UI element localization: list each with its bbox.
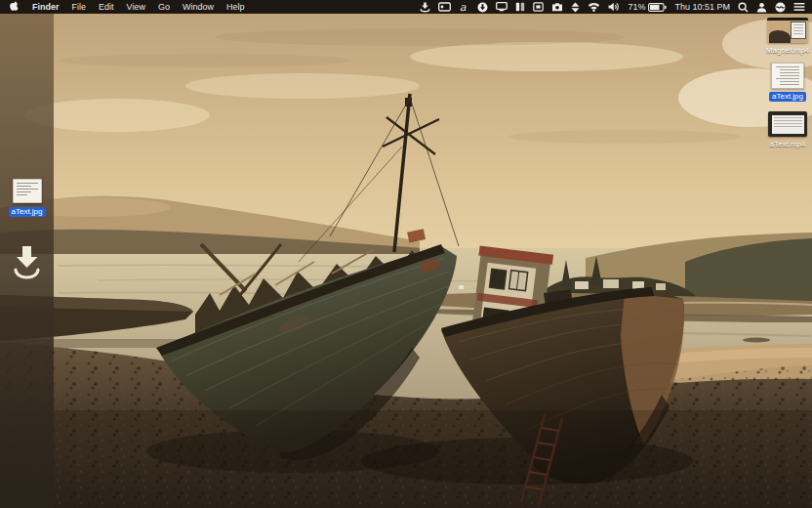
menu-file[interactable]: File (72, 0, 87, 14)
video-thumbnail (768, 111, 807, 137)
siri-icon[interactable] (775, 0, 786, 14)
tray-download-icon[interactable] (420, 0, 430, 14)
wifi-icon[interactable] (588, 0, 600, 14)
user-icon[interactable] (756, 0, 767, 14)
menu-edit[interactable]: Edit (99, 0, 114, 14)
video-thumbnail (767, 18, 808, 43)
battery-indicator[interactable]: 71% (628, 2, 667, 12)
wallpaper (0, 0, 812, 508)
atext-icon[interactable]: a (459, 0, 469, 14)
wallpaper-scene (0, 0, 812, 508)
volume-icon[interactable] (608, 0, 620, 14)
notification-center-icon[interactable] (793, 0, 805, 14)
battery-percent-label: 71% (628, 2, 645, 12)
menu-bar: Finder File Edit View Go Window Help a (0, 0, 812, 14)
display-icon[interactable] (496, 0, 508, 14)
desktop-icon-label: aText.mp4 (767, 140, 809, 149)
desktop-icon-magnet-mp4[interactable]: Magnet.mp4 (763, 18, 812, 56)
menu-finder[interactable]: Finder (32, 0, 60, 14)
desktop: Finder File Edit View Go Window Help a (0, 0, 812, 508)
image-thumbnail (771, 63, 804, 89)
apple-icon[interactable] (9, 0, 20, 14)
menu-go[interactable]: Go (158, 0, 170, 14)
battery-icon (648, 3, 667, 12)
svg-text:a: a (460, 2, 467, 13)
download-circle-icon[interactable] (477, 0, 488, 14)
drag-shelf: aText.jpg (0, 14, 54, 508)
yoink-shelf-icon[interactable] (11, 244, 43, 285)
magnet-icon[interactable] (515, 0, 525, 14)
desktop-icon-atext-jpg[interactable]: aText.jpg (763, 63, 812, 102)
keyboard-icon[interactable] (533, 0, 544, 14)
desktop-icon-atext-mp4[interactable]: aText.mp4 (763, 111, 812, 149)
menu-help[interactable]: Help (226, 0, 245, 14)
menu-window[interactable]: Window (183, 0, 214, 14)
desktop-icon-label: Magnet.mp4 (763, 46, 812, 56)
shelf-file-label[interactable]: aText.jpg (8, 207, 45, 217)
display-capture-icon[interactable] (438, 0, 451, 14)
desktop-icon-label: aText.jpg (769, 92, 806, 102)
camera-icon[interactable] (551, 0, 563, 14)
shelf-file-thumbnail[interactable] (13, 179, 42, 203)
menu-view[interactable]: View (127, 0, 145, 14)
spotlight-icon[interactable] (738, 0, 749, 14)
menu-bar-clock[interactable]: Thu 10:51 PM (674, 2, 730, 12)
updown-icon[interactable] (571, 0, 580, 14)
